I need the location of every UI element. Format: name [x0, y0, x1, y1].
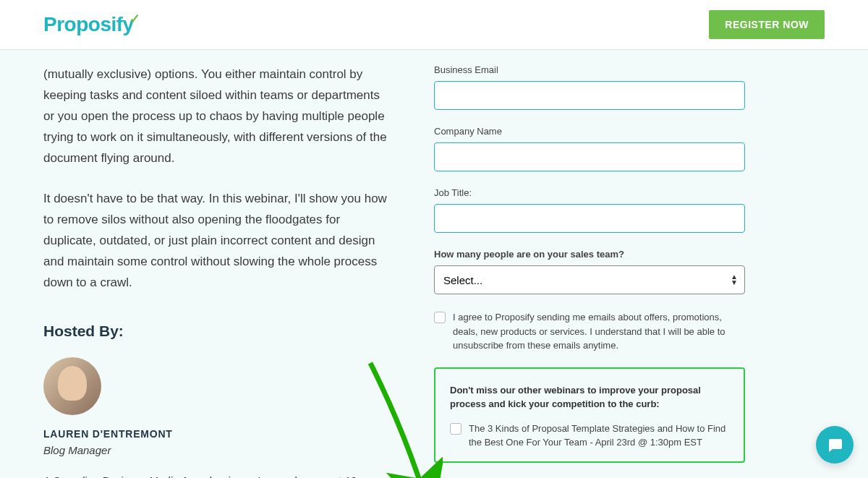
chat-icon: [826, 436, 843, 453]
host-role: Blog Manager: [43, 444, 391, 456]
team-size-label: How many people are on your sales team?: [434, 249, 745, 260]
business-email-input[interactable]: [434, 81, 745, 110]
chat-widget-button[interactable]: [816, 426, 854, 464]
other-webinars-box: Don't miss our other webinars to improve…: [434, 367, 745, 463]
team-size-select[interactable]: Select...: [434, 265, 745, 294]
hosted-by-heading: Hosted By:: [43, 323, 391, 340]
other-webinars-title: Don't miss our other webinars to improve…: [450, 383, 729, 411]
proposify-logo[interactable]: Proposify✓: [43, 13, 144, 36]
body-paragraph-1: (mutually exclusive) options. You either…: [43, 64, 391, 168]
webinar-option-1-checkbox[interactable]: [450, 423, 461, 435]
company-name-label: Company Name: [434, 126, 745, 137]
business-email-label: Business Email: [434, 64, 745, 75]
job-title-label: Job Title:: [434, 187, 745, 198]
job-title-input[interactable]: [434, 204, 745, 233]
site-header: Proposify✓ REGISTER NOW: [0, 0, 868, 50]
consent-text: I agree to Proposify sending me emails a…: [453, 310, 745, 353]
company-name-input[interactable]: [434, 142, 745, 171]
logo-text: Proposify: [43, 13, 134, 36]
host-name: LAUREN D'ENTREMONT: [43, 428, 391, 440]
host-bio: A Canadian Business Media Awards winner,…: [43, 472, 391, 478]
logo-checkmark-icon: ✓: [129, 11, 140, 27]
webinar-option-1-text: The 3 Kinds of Proposal Template Strateg…: [469, 422, 729, 450]
body-paragraph-2: It doesn't have to be that way. In this …: [43, 189, 391, 293]
register-now-button[interactable]: REGISTER NOW: [709, 10, 825, 39]
host-avatar: [43, 357, 101, 415]
consent-checkbox[interactable]: [434, 312, 446, 323]
